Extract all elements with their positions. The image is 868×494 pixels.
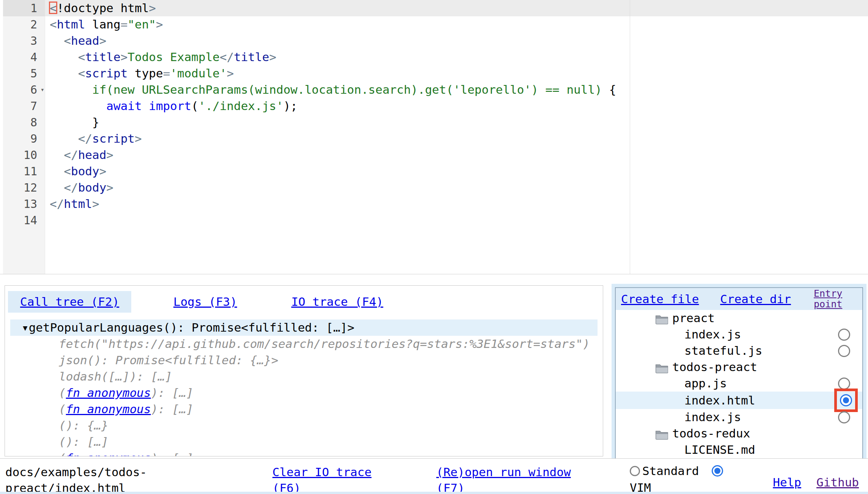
file-row-LICENSE.md[interactable]: LICENSE.md bbox=[616, 442, 862, 458]
call-tree-row[interactable]: (): […] bbox=[5, 434, 603, 450]
debugger-tabs: Call tree (F2) Logs (F3) IO trace (F4) bbox=[5, 286, 603, 314]
keybindings-switch: Standard VIM bbox=[630, 463, 755, 494]
file-name: todos-redux bbox=[672, 425, 750, 442]
folder-row-todos-preact[interactable]: todos-preact bbox=[616, 359, 862, 375]
code-line[interactable]: <script type='module'> bbox=[45, 65, 868, 82]
line-number: 9 bbox=[3, 131, 45, 147]
editor-gutter: 123456▾7891011121314 bbox=[3, 0, 45, 274]
entry-point-radio[interactable] bbox=[838, 329, 850, 341]
code-line[interactable]: await import('./index.js'); bbox=[45, 98, 868, 114]
tab-logs[interactable]: Logs (F3) bbox=[161, 291, 249, 313]
code-line[interactable]: </script> bbox=[45, 131, 868, 147]
call-tree-text: ( bbox=[59, 386, 66, 400]
keybindings-standard-label: Standard bbox=[642, 463, 699, 479]
code-line[interactable]: <body> bbox=[45, 163, 868, 179]
code-editor[interactable]: 123456▾7891011121314 <!doctype html><htm… bbox=[0, 0, 868, 274]
file-name: stateful.js bbox=[684, 343, 762, 359]
file-row-index.js[interactable]: index.js bbox=[616, 409, 862, 425]
call-tree-row[interactable]: (fn anonymous): […] bbox=[5, 385, 603, 401]
keybindings-vim-radio[interactable] bbox=[712, 465, 723, 477]
line-number: 8 bbox=[3, 114, 45, 131]
call-tree-text: lodash([…]): […] bbox=[59, 370, 172, 383]
call-tree-row[interactable]: (fn anonymous): […] bbox=[5, 401, 603, 417]
line-number: 6▾ bbox=[3, 82, 45, 98]
call-tree-text: fetch("https://api.github.com/search/rep… bbox=[59, 337, 590, 351]
entry-point-selection-box bbox=[834, 389, 858, 412]
code-line[interactable]: <html lang="en"> bbox=[45, 16, 868, 33]
tab-io-trace[interactable]: IO trace (F4) bbox=[279, 291, 396, 313]
line-number: 2 bbox=[3, 16, 45, 33]
line-number: 10 bbox=[3, 147, 45, 163]
github-link[interactable]: Github bbox=[816, 475, 859, 489]
anonymous-fn-link[interactable]: fn anonymous bbox=[66, 402, 151, 416]
code-line[interactable]: <title>Todos Example</title> bbox=[45, 49, 868, 65]
line-number: 12 bbox=[3, 179, 45, 196]
current-file-path: docs/examples/todos-preact/index.html bbox=[5, 464, 153, 494]
code-line[interactable]: <head> bbox=[45, 33, 868, 49]
file-name: app.js bbox=[684, 375, 727, 392]
file-panel: Create file Create dir Entry point preac… bbox=[615, 287, 863, 459]
line-number: 7 bbox=[3, 98, 45, 114]
create-dir-button[interactable]: Create dir bbox=[720, 292, 791, 306]
anonymous-fn-link[interactable]: fn anonymous bbox=[66, 451, 151, 456]
file-name: LICENSE.md bbox=[684, 442, 755, 458]
keybindings-standard-radio[interactable] bbox=[630, 466, 640, 476]
call-tree-row[interactable]: lodash([…]): […] bbox=[5, 368, 603, 385]
line-number: 5 bbox=[3, 65, 45, 82]
line-number: 4 bbox=[3, 49, 45, 65]
code-line[interactable]: <!doctype html> bbox=[45, 0, 868, 16]
line-number: 3 bbox=[3, 33, 45, 49]
call-tree-text: ): […] bbox=[151, 386, 193, 400]
anonymous-fn-link[interactable]: fn anonymous bbox=[66, 386, 151, 400]
call-tree-text: ): […] bbox=[151, 402, 193, 416]
folder-row-todos-redux[interactable]: todos-redux bbox=[616, 425, 862, 442]
tab-call-tree[interactable]: Call tree (F2) bbox=[8, 291, 131, 313]
file-row-index.js[interactable]: index.js bbox=[616, 326, 862, 343]
column-ruler bbox=[630, 0, 630, 274]
call-tree-row[interactable]: (): {…} bbox=[5, 417, 603, 434]
call-tree-row[interactable]: fetch("https://api.github.com/search/rep… bbox=[5, 336, 603, 352]
file-row-index.html[interactable]: index.html bbox=[616, 392, 862, 409]
call-tree-text: ( bbox=[59, 451, 66, 456]
file-row-stateful.js[interactable]: stateful.js bbox=[616, 343, 862, 359]
call-tree-text: (): […] bbox=[59, 435, 108, 448]
call-tree-text: ( bbox=[59, 402, 66, 416]
file-name: index.js bbox=[684, 326, 741, 343]
file-name: index.js bbox=[684, 409, 741, 425]
call-tree-text: json(): Promise<fulfilled: {…}> bbox=[59, 353, 278, 367]
create-file-button[interactable]: Create file bbox=[621, 292, 699, 306]
code-line[interactable]: </html> bbox=[45, 196, 868, 212]
code-line[interactable]: </body> bbox=[45, 179, 868, 196]
fold-arrow-icon[interactable]: ▾ bbox=[41, 82, 44, 98]
line-number: 14 bbox=[3, 212, 45, 228]
call-tree-text: ): […] bbox=[151, 451, 193, 456]
call-tree-row[interactable]: json(): Promise<fulfilled: {…}> bbox=[5, 352, 603, 368]
file-name: index.html bbox=[684, 392, 755, 409]
code-line[interactable]: } bbox=[45, 114, 868, 131]
editor-code-area[interactable]: <!doctype html><html lang="en"> <head> <… bbox=[45, 0, 868, 274]
clear-io-trace-button[interactable]: Clear IO trace (F6) bbox=[272, 464, 386, 494]
entry-point-radio[interactable] bbox=[838, 345, 850, 357]
call-tree-row-selected[interactable]: ▾getPopularLanguages(): Promise<fulfille… bbox=[10, 319, 598, 336]
bottom-strip bbox=[0, 492, 868, 494]
entry-point-radio[interactable] bbox=[840, 394, 852, 406]
help-link[interactable]: Help bbox=[773, 475, 801, 489]
folder-row-preact[interactable]: preact bbox=[616, 310, 862, 326]
code-line[interactable]: </head> bbox=[45, 147, 868, 163]
status-bar: docs/examples/todos-preact/index.html Cl… bbox=[0, 458, 868, 494]
entry-point-column-header: Entry point bbox=[814, 288, 859, 310]
line-number: 13 bbox=[3, 196, 45, 212]
entry-point-radio[interactable] bbox=[838, 411, 850, 423]
call-tree-text: ▾getPopularLanguages(): Promise<fulfille… bbox=[22, 321, 354, 334]
file-row-app.js[interactable]: app.js bbox=[616, 375, 862, 392]
code-line[interactable]: if(new URLSearchParams(window.location.s… bbox=[45, 82, 868, 98]
code-line[interactable] bbox=[45, 212, 868, 228]
entry-point-radio[interactable] bbox=[838, 378, 850, 390]
file-panel-header: Create file Create dir Entry point bbox=[616, 288, 862, 310]
file-name: preact bbox=[672, 310, 715, 326]
folder-icon bbox=[655, 428, 668, 439]
reopen-run-window-button[interactable]: (Re)open run window (F7) bbox=[436, 464, 580, 494]
call-tree-row[interactable]: (fn anonymous): […] bbox=[5, 450, 603, 456]
leporello-app: { "editor": { "lines": [ {"num":"1","act… bbox=[0, 0, 868, 494]
file-name: todos-preact bbox=[672, 359, 757, 375]
